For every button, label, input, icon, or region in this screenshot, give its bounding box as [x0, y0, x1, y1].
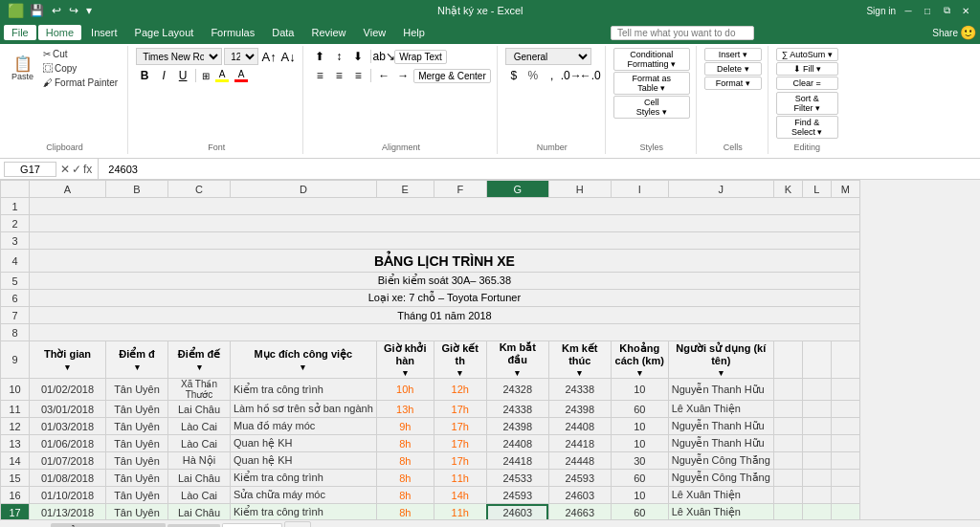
- cell-g12[interactable]: 24398: [486, 418, 548, 435]
- format-painter-button[interactable]: 🖌 Format Painter: [39, 77, 122, 89]
- indent-decrease-btn[interactable]: ←: [375, 67, 392, 84]
- align-bottom-btn[interactable]: ⬇: [349, 48, 367, 65]
- menu-formulas[interactable]: Formulas: [203, 25, 262, 40]
- subtitle1-cell[interactable]: Biển kiểm soát 30A– 365.38: [30, 273, 860, 290]
- cell-f15[interactable]: 11h: [434, 470, 486, 487]
- close-icon[interactable]: ✕: [959, 4, 972, 17]
- col-F[interactable]: F: [434, 181, 486, 198]
- cell-j15[interactable]: Nguyễn Công Thắng: [668, 470, 773, 487]
- cut-button[interactable]: ✂ Cut: [39, 48, 122, 60]
- cell-e11[interactable]: 13h: [376, 401, 434, 418]
- maximize-icon[interactable]: ⧉: [940, 4, 953, 17]
- border-button[interactable]: ⊞: [200, 70, 212, 82]
- cell-d14[interactable]: Quan hệ KH: [231, 452, 377, 470]
- number-format-dropdown[interactable]: General: [505, 48, 591, 65]
- align-left-btn[interactable]: ≡: [311, 67, 328, 84]
- col-B[interactable]: B: [106, 181, 168, 198]
- text-orient-btn[interactable]: ab↘: [375, 48, 392, 65]
- italic-button[interactable]: I: [155, 67, 172, 84]
- align-middle-btn[interactable]: ↕: [330, 48, 347, 65]
- cell-h11[interactable]: 24398: [548, 401, 611, 418]
- cell-i16[interactable]: 10: [611, 487, 668, 504]
- cell-d12[interactable]: Mua đồ máy móc: [231, 418, 377, 435]
- cell-i10[interactable]: 10: [611, 379, 668, 401]
- bold-button[interactable]: B: [136, 67, 153, 84]
- cell-f16[interactable]: 14h: [434, 487, 486, 504]
- cell-d17[interactable]: Kiểm tra công trình: [231, 504, 377, 520]
- search-input[interactable]: [611, 26, 754, 40]
- col-J[interactable]: J: [668, 181, 773, 198]
- cell-e15[interactable]: 8h: [376, 470, 434, 487]
- comma-btn[interactable]: ,: [544, 67, 561, 84]
- cell-j14[interactable]: Nguyễn Công Thắng: [668, 452, 773, 470]
- cell-a15[interactable]: 01/08/2018: [30, 470, 106, 487]
- cell-d10[interactable]: Kiểm tra công trình: [231, 379, 377, 401]
- cell-h12[interactable]: 24408: [548, 418, 611, 435]
- header-km-ket-thuc[interactable]: Km kết thúc▾: [548, 341, 611, 379]
- cell-g17[interactable]: 24603: [486, 504, 548, 520]
- cell-d16[interactable]: Sửa chữa máy móc: [231, 487, 377, 504]
- menu-home[interactable]: Home: [38, 25, 81, 40]
- cell-e14[interactable]: 8h: [376, 452, 434, 470]
- cell-e10[interactable]: 10h: [376, 379, 434, 401]
- cell-a11[interactable]: 03/01/2018: [30, 401, 106, 418]
- tab-tong-hop[interactable]: Tổng hợp xăng dầu: [51, 523, 165, 527]
- header-gio-khoi-hanh[interactable]: Giờ khởi hàn▾: [376, 341, 434, 379]
- cell-c10[interactable]: Xã Thần Thước: [168, 379, 231, 401]
- sheet-area[interactable]: A B C D E F G H I J K L M 1: [0, 180, 980, 519]
- cell-c17[interactable]: Lai Châu: [168, 504, 231, 520]
- conditional-formatting-btn[interactable]: ConditionalFormatting ▾: [613, 48, 690, 71]
- cell-e12[interactable]: 9h: [376, 418, 434, 435]
- tab-fortuner[interactable]: Fortuner: [222, 523, 283, 527]
- cancel-formula-icon[interactable]: ✕: [60, 163, 70, 176]
- cell-f10[interactable]: 12h: [434, 379, 486, 401]
- decrease-font-btn[interactable]: A↓: [279, 48, 297, 65]
- fill-btn[interactable]: ⬇ Fill ▾: [776, 62, 838, 76]
- cell-g13[interactable]: 24408: [486, 435, 548, 452]
- cell-j10[interactable]: Nguyễn Thanh Hữu: [668, 379, 773, 401]
- signin-button[interactable]: Sign in: [866, 6, 896, 16]
- decrease-decimal-btn[interactable]: .0→: [563, 67, 580, 84]
- cell-c13[interactable]: Lào Cai: [168, 435, 231, 452]
- wrap-text-button[interactable]: Wrap Text: [394, 50, 447, 64]
- find-select-btn[interactable]: Find &Select ▾: [776, 116, 838, 139]
- customize-quick-btn[interactable]: ▾: [84, 2, 94, 19]
- underline-button[interactable]: U: [174, 67, 191, 84]
- highlight-color-button[interactable]: A: [213, 68, 231, 83]
- cell-styles-btn[interactable]: CellStyles ▾: [613, 96, 690, 119]
- cell-c12[interactable]: Lào Cai: [168, 418, 231, 435]
- menu-view[interactable]: View: [356, 25, 394, 40]
- menu-help[interactable]: Help: [395, 25, 433, 40]
- subtitle2-cell[interactable]: Loại xe: 7 chỗ – Toyota Fortuner: [30, 290, 860, 307]
- col-I[interactable]: I: [611, 181, 668, 198]
- menu-page-layout[interactable]: Page Layout: [127, 25, 202, 40]
- cell-j11[interactable]: Lê Xuân Thiện: [668, 401, 773, 418]
- cell-g15[interactable]: 24533: [486, 470, 548, 487]
- cell-c11[interactable]: Lai Châu: [168, 401, 231, 418]
- cell-e17[interactable]: 8h: [376, 504, 434, 520]
- indent-increase-btn[interactable]: →: [394, 67, 412, 84]
- cell-j13[interactable]: Nguyễn Thanh Hữu: [668, 435, 773, 452]
- cell-a17[interactable]: 01/13/2018: [30, 504, 106, 520]
- paste-button[interactable]: 📋 Paste: [8, 55, 37, 83]
- cell-c14[interactable]: Hà Nội: [168, 452, 231, 470]
- col-G[interactable]: G: [486, 181, 548, 198]
- col-H[interactable]: H: [548, 181, 611, 198]
- delete-btn[interactable]: Delete ▾: [704, 62, 762, 76]
- menu-file[interactable]: File: [4, 25, 36, 40]
- menu-insert[interactable]: Insert: [83, 25, 125, 40]
- cell-a14[interactable]: 01/07/2018: [30, 452, 106, 470]
- cell-a13[interactable]: 01/06/2018: [30, 435, 106, 452]
- cell-c15[interactable]: Lai Châu: [168, 470, 231, 487]
- insert-btn[interactable]: Insert ▾: [704, 48, 762, 61]
- col-C[interactable]: C: [168, 181, 231, 198]
- add-sheet-btn[interactable]: ＋: [284, 521, 311, 527]
- cell-h13[interactable]: 24418: [548, 435, 611, 452]
- header-gio-ket-thuc[interactable]: Giờ kết th▾: [434, 341, 486, 379]
- cell-a12[interactable]: 01/03/2018: [30, 418, 106, 435]
- cell-g14[interactable]: 24418: [486, 452, 548, 470]
- cell-i17[interactable]: 60: [611, 504, 668, 520]
- minimize-icon[interactable]: ─: [902, 4, 915, 17]
- increase-decimal-btn[interactable]: ←.0: [582, 67, 599, 84]
- cell-h15[interactable]: 24593: [548, 470, 611, 487]
